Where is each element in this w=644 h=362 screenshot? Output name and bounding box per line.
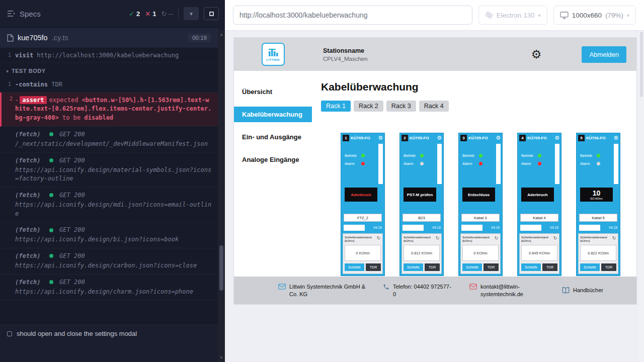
browser-selector[interactable]: Electron 130 ▾ — [478, 6, 547, 25]
footer-phone-text: Telefon: 04402 972577-0 — [393, 283, 452, 298]
fetch-status: GET 200 — [59, 279, 85, 286]
alarm-label: Alarm — [462, 161, 476, 166]
visit-command-row[interactable]: 1 visit http://localhost:3000/kabelueber… — [0, 49, 218, 63]
app-body: Übersicht Kabelüberwachung Ein- und Ausg… — [234, 71, 636, 277]
device-gear-icon[interactable]: ⚙ — [554, 135, 559, 141]
refresh-icon[interactable]: ↻ — [612, 236, 616, 241]
refresh-icon[interactable]: ↻ — [436, 236, 440, 241]
aut-panel: Electron 130 ▾ 1000x660 (79%) ▾ LITTWIN — [225, 0, 644, 362]
fetch-log-row[interactable]: (fetch) GET 200 https://api.iconify.desi… — [0, 222, 218, 248]
reporter-scrollbar[interactable]: ▲ ▼ — [218, 30, 225, 362]
passed-check-icon: ✓ — [129, 10, 134, 18]
schleife-button[interactable]: Schleife — [580, 263, 600, 271]
tdr-button[interactable]: TDR — [366, 263, 381, 271]
schleife-button[interactable]: Schleife — [404, 263, 423, 271]
version-row: V4.19 — [403, 224, 441, 231]
tdr-button[interactable]: TDR — [425, 263, 440, 271]
refresh-icon[interactable]: ↻ — [377, 236, 381, 241]
logout-button[interactable]: Abmelden — [582, 46, 626, 63]
collapse-runs-button[interactable]: ▾ — [184, 7, 199, 20]
device-model: KÜ705-FO — [527, 136, 553, 140]
book-icon — [562, 287, 570, 294]
command-number: 2 — [2, 95, 13, 103]
nav-item[interactable]: Übersicht — [234, 84, 312, 100]
spec-timer: 00:19 — [188, 34, 211, 42]
pending-test-row[interactable]: should open and close the settings modal — [0, 325, 218, 342]
command-url: http://localhost:3000/kabelueberwachung — [37, 52, 179, 59]
stop-run-button[interactable] — [204, 7, 219, 20]
schleife-button[interactable]: Schleife — [462, 263, 482, 271]
fetch-log-row[interactable]: (fetch) GET 200 https://api.iconify.desi… — [0, 248, 218, 275]
viewport-scale: (79%) — [605, 12, 623, 19]
spec-file-icon — [7, 34, 14, 42]
aut-scrollbar-thumb[interactable] — [640, 32, 643, 97]
led-panel: Betrieb Alarm — [404, 153, 424, 169]
viewport-size: 1000x660 — [572, 12, 602, 19]
device-number: 5 — [578, 135, 585, 141]
measurement-panel: Schleifenwiderstand [kOhm] ↻ 0.645 KOhm … — [519, 233, 559, 274]
request-status-dot — [49, 193, 53, 197]
nav-item[interactable]: Ein- und Ausgänge — [234, 129, 312, 145]
device-gear-icon[interactable]: ⚙ — [437, 135, 442, 141]
refresh-icon[interactable]: ↻ — [495, 236, 499, 241]
settings-gear-icon[interactable]: ⚙ — [531, 49, 542, 60]
spec-file-row[interactable]: kue705fo .cy.ts 00:19 — [0, 27, 218, 48]
test-body-header[interactable]: ▾ TEST BODY — [0, 63, 218, 78]
contains-command-row[interactable]: 1 -contains TDR — [0, 78, 218, 92]
fetch-log-row[interactable]: (fetch) GET 200 https://api.iconify.desi… — [0, 153, 218, 188]
station-info: Stationsname CPLV4_Maschen — [323, 47, 368, 62]
tdr-button[interactable]: TDR — [484, 263, 499, 271]
nav-item[interactable]: Analoge Eingänge — [234, 152, 312, 167]
specs-label: Specs — [20, 10, 41, 18]
fetch-label: (fetch) — [15, 252, 41, 259]
betrieb-led — [420, 154, 424, 157]
fetch-label: (fetch) — [15, 157, 41, 164]
specs-toggle[interactable]: Specs — [7, 10, 41, 18]
scroll-down-icon[interactable]: ▼ — [218, 355, 225, 360]
betrieb-label: Betrieb — [462, 153, 476, 158]
status-display: Erdschluss — [462, 188, 495, 202]
alarm-led — [420, 162, 424, 165]
url-input[interactable] — [233, 6, 472, 25]
tdr-button[interactable]: TDR — [601, 263, 616, 271]
rack-tab[interactable]: Rack 1 — [321, 101, 351, 112]
scrollbar-thumb[interactable] — [219, 245, 223, 291]
fetch-status: GET 200 — [59, 192, 85, 199]
status-display: Aderbruch — [521, 188, 554, 202]
schleife-button[interactable]: Schleife — [521, 263, 541, 271]
fetch-label: (fetch) — [15, 226, 41, 233]
suite-label: TEST BODY — [12, 67, 45, 75]
app-content: Kabelüberwachung Rack 1 Rack 2 Rack 3 Ra… — [312, 71, 636, 277]
assert-badge: assert — [20, 96, 46, 104]
schleife-button[interactable]: Schleife — [345, 263, 364, 271]
rack-tab[interactable]: Rack 4 — [419, 101, 449, 112]
passed-count: 2 — [136, 10, 140, 18]
nav-item[interactable]: Kabelüberwachung — [234, 107, 312, 122]
pending-test-icon — [7, 331, 12, 336]
loop-resistance-label: Schleifenwiderstand [kOhm] — [521, 236, 551, 243]
fetch-log-row[interactable]: (fetch) GET 200 https://api.iconify.desi… — [0, 275, 218, 301]
device-gear-icon[interactable]: ⚙ — [496, 135, 501, 141]
betrieb-label: Betrieb — [404, 153, 418, 158]
refresh-icon[interactable]: ↻ — [553, 236, 557, 241]
version-display-box — [461, 225, 482, 231]
failed-assert-row[interactable]: 2-assertexpected <button.w-[50%].h-[1.56… — [0, 93, 218, 127]
device-gear-icon[interactable]: ⚙ — [613, 135, 618, 141]
device-card-header: 4 KÜ705-FO ⚙ — [519, 135, 559, 141]
tdr-button[interactable]: TDR — [542, 263, 557, 271]
fetch-log-row[interactable]: (fetch) GET 200 https://api.iconify.desi… — [0, 188, 218, 222]
request-status-dot — [49, 280, 53, 284]
fetch-log-row[interactable]: (fetch) GET 200 /_next/static/developmen… — [0, 127, 218, 153]
rack-tab[interactable]: Rack 2 — [354, 101, 383, 112]
loop-resistance-label: Schleifenwiderstand [kOhm] — [462, 236, 493, 243]
aut-toolbar: Electron 130 ▾ 1000x660 (79%) ▾ — [225, 0, 644, 31]
footer-manuals[interactable]: Handbücher — [562, 287, 603, 294]
viewport-selector[interactable]: 1000x660 (79%) ▾ — [553, 6, 636, 25]
rack-tab[interactable]: Rack 3 — [386, 101, 416, 112]
scroll-up-icon[interactable]: ▲ — [218, 32, 225, 37]
device-display-strip — [496, 144, 501, 184]
device-cards: 1 KÜ705-FO ⚙ Betrieb — [341, 133, 636, 276]
footer-company-text: Littwin Systemtechnik GmbH & Co. KG — [289, 283, 366, 298]
aut-scrollbar[interactable] — [639, 31, 644, 362]
device-gear-icon[interactable]: ⚙ — [378, 135, 383, 141]
